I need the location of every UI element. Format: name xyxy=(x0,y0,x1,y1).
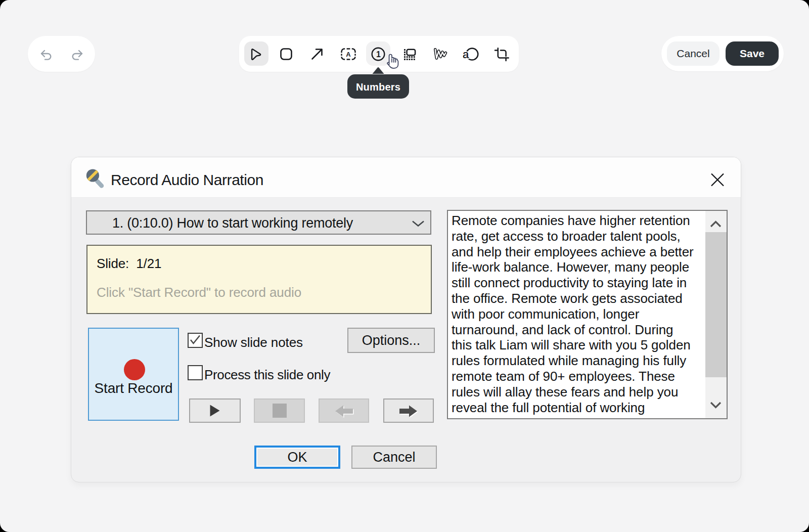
svg-text:1: 1 xyxy=(376,50,381,59)
svg-text:A: A xyxy=(346,50,351,58)
svg-text:a: a xyxy=(463,48,469,60)
